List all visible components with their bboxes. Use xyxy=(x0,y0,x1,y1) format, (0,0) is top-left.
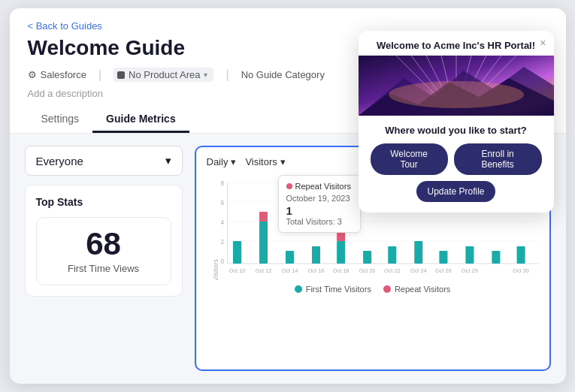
svg-rect-24 xyxy=(516,246,525,264)
svg-text:Oct 18: Oct 18 xyxy=(332,267,349,274)
svg-text:Oct 22: Oct 22 xyxy=(383,267,400,274)
repeat-dot xyxy=(383,285,391,293)
popup-title: Welcome to Acme Inc's HR Portal! xyxy=(359,31,554,56)
tooltip-dot xyxy=(286,183,292,189)
svg-rect-11 xyxy=(232,241,241,264)
salesforce-meta: ⚙ Salesforce xyxy=(28,69,86,80)
svg-text:Oct 10: Oct 10 xyxy=(228,267,245,274)
product-area-label: No Product Area xyxy=(129,69,200,80)
chart-legend: First Time Visitors Repeat Visitors xyxy=(207,285,539,294)
svg-rect-12 xyxy=(259,222,267,264)
product-area-badge[interactable]: No Product Area ▾ xyxy=(113,68,213,82)
audience-dropdown[interactable]: Everyone ▾ xyxy=(25,146,183,176)
tab-settings[interactable]: Settings xyxy=(28,107,93,133)
popup-close-button[interactable]: × xyxy=(540,37,546,49)
salesforce-label: Salesforce xyxy=(41,69,86,80)
svg-text:2: 2 xyxy=(220,238,224,246)
svg-text:Oct 30: Oct 30 xyxy=(513,267,529,274)
svg-rect-13 xyxy=(259,212,267,222)
svg-rect-20 xyxy=(414,241,422,264)
audience-label: Everyone xyxy=(36,155,83,167)
svg-text:Oct 12: Oct 12 xyxy=(255,267,271,274)
first-time-views-stat: 68 First Time Views xyxy=(36,217,171,285)
gear-icon: ⚙ xyxy=(28,69,37,80)
top-stats-card: Top Stats 68 First Time Views xyxy=(25,185,183,297)
daily-chevron-icon: ▾ xyxy=(231,156,236,167)
daily-dropdown-button[interactable]: Daily ▾ xyxy=(207,156,237,167)
svg-text:0: 0 xyxy=(220,258,224,265)
left-panel: Everyone ▾ Top Stats 68 First Time Views xyxy=(25,146,183,371)
svg-text:Guide Visitors: Guide Visitors xyxy=(212,258,219,280)
popup-card: × Welcome to Acme Inc's HR Portal! xyxy=(359,31,554,213)
tooltip-series-label: Repeat Visitors xyxy=(295,182,351,191)
visitors-dropdown-button[interactable]: Visitors ▾ xyxy=(245,156,285,167)
popup-banner xyxy=(359,56,554,116)
stat-number: 68 xyxy=(47,228,160,260)
stat-label: First Time Views xyxy=(47,263,160,274)
popup-subtitle: Where would you like to start? xyxy=(371,125,542,136)
legend-repeat: Repeat Visitors xyxy=(383,285,450,294)
top-stats-title: Top Stats xyxy=(36,196,171,208)
svg-rect-18 xyxy=(363,251,371,264)
first-time-dot xyxy=(295,285,302,293)
popup-content: Where would you like to start? Welcome T… xyxy=(359,116,554,213)
svg-text:8: 8 xyxy=(220,179,224,187)
repeat-label: Repeat Visitors xyxy=(395,285,450,294)
svg-text:6: 6 xyxy=(220,199,224,207)
svg-rect-19 xyxy=(388,246,396,264)
visitors-chevron-icon: ▾ xyxy=(280,156,286,167)
tooltip-total: Total Visitors: 3 xyxy=(286,217,353,226)
back-to-guides-link[interactable]: < Back to Guides xyxy=(28,20,102,32)
svg-rect-15 xyxy=(311,246,319,264)
guide-category-label: No Guide Category xyxy=(241,69,325,80)
enroll-benefits-button[interactable]: Enroll in Benefits xyxy=(454,143,542,175)
update-profile-button[interactable]: Update Profile xyxy=(416,181,495,202)
svg-rect-14 xyxy=(285,251,293,264)
svg-rect-21 xyxy=(439,251,447,264)
tab-guide-metrics[interactable]: Guide Metrics xyxy=(92,107,189,133)
svg-text:Oct 29: Oct 29 xyxy=(462,267,478,274)
dropdown-chevron-icon: ▾ xyxy=(165,154,171,167)
first-time-label: First Time Visitors xyxy=(306,285,371,294)
welcome-tour-button[interactable]: Welcome Tour xyxy=(371,143,448,175)
popup-buttons: Welcome Tour Enroll in Benefits xyxy=(371,143,542,175)
svg-text:Oct 16: Oct 16 xyxy=(307,267,324,274)
svg-text:4: 4 xyxy=(220,219,224,226)
chart-tooltip: Repeat Visitors October 19, 2023 1 Total… xyxy=(278,175,361,233)
chevron-down-icon: ▾ xyxy=(204,71,207,79)
guide-category-meta: No Guide Category xyxy=(241,69,325,80)
legend-first-time: First Time Visitors xyxy=(295,285,371,294)
svg-text:Oct 20: Oct 20 xyxy=(359,267,375,274)
svg-text:Oct 26: Oct 26 xyxy=(435,267,452,274)
svg-text:Oct 14: Oct 14 xyxy=(281,267,298,274)
visitors-label: Visitors xyxy=(245,156,277,167)
tooltip-value: 1 xyxy=(286,204,353,217)
tooltip-date: October 19, 2023 xyxy=(286,194,353,203)
svg-rect-22 xyxy=(465,246,474,264)
product-area-dot xyxy=(117,71,125,79)
svg-rect-23 xyxy=(492,251,500,264)
svg-rect-16 xyxy=(337,241,345,264)
main-container: < Back to Guides Welcome Guide ⚙ Salesfo… xyxy=(10,8,566,384)
svg-point-49 xyxy=(389,81,524,108)
daily-label: Daily xyxy=(207,156,228,167)
popup-btn-single-row: Update Profile xyxy=(371,181,542,202)
svg-text:Oct 24: Oct 24 xyxy=(410,267,426,274)
